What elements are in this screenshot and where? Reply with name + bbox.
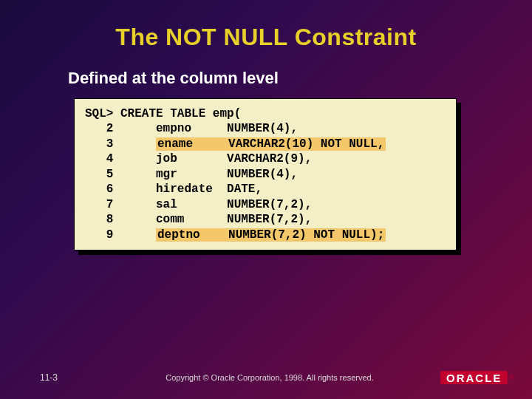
code-line-9: 9 <box>85 228 156 242</box>
sql-code-box: SQL> CREATE TABLE emp( 2 empno NUMBER(4)… <box>74 98 457 250</box>
code-line-8: 8 comm NUMBER(7,2), <box>85 213 312 226</box>
oracle-logo: ORACLE ® <box>440 371 514 384</box>
copyright-text: Copyright © Oracle Corporation, 1998. Al… <box>99 373 440 382</box>
slide-title: The NOT NULL Constraint <box>0 0 532 51</box>
registered-icon: ® <box>509 374 514 381</box>
code-block-container: SQL> CREATE TABLE emp( 2 empno NUMBER(4)… <box>74 98 457 250</box>
code-line-4: 4 job VARCHAR2(9), <box>85 152 312 166</box>
slide-subtitle: Defined at the column level <box>68 69 532 88</box>
code-line-2: 2 empno NUMBER(4), <box>85 122 298 135</box>
code-line-9-highlight: deptno NUMBER(7,2) NOT NULL); <box>156 228 386 242</box>
code-line-3-highlight: ename VARCHAR2(10) NOT NULL, <box>156 137 386 151</box>
code-line-6: 6 hiredate DATE, <box>85 183 262 196</box>
footer: 11-3 Copyright © Oracle Corporation, 199… <box>0 371 532 384</box>
code-line-3: 3 <box>85 137 156 151</box>
code-line-1: SQL> CREATE TABLE emp( <box>85 107 241 120</box>
code-line-7: 7 sal NUMBER(7,2), <box>85 198 312 211</box>
code-line-5: 5 mgr NUMBER(4), <box>85 168 298 181</box>
oracle-logo-text: ORACLE <box>440 371 508 384</box>
